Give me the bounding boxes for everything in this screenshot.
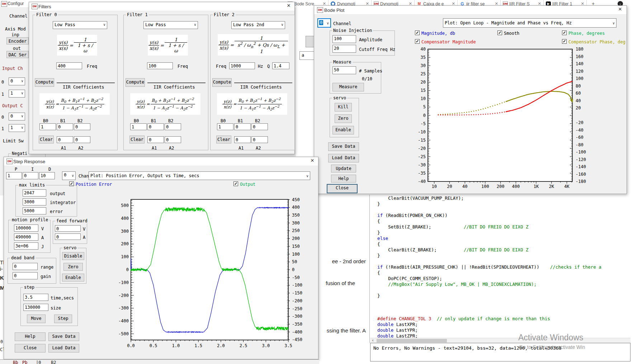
comp-phase-checkbox[interactable]: ✓ — [562, 39, 567, 44]
amplitude-label: Amplitude — [359, 37, 382, 42]
filter0-compute-button[interactable]: Compute — [35, 78, 54, 87]
filter1-compute-button[interactable]: Compute — [126, 78, 145, 87]
amplitude-field[interactable]: 100 — [332, 35, 356, 43]
config-input0-combo[interactable]: 0∨ — [9, 77, 25, 85]
bode-plot-select[interactable]: Plot: Open Loop - Magnitude and Phase vs… — [443, 18, 617, 28]
step-button[interactable]: Step — [54, 315, 72, 323]
filter0-a2-field[interactable]: 0 — [74, 136, 90, 143]
phase-checkbox[interactable]: ✓ — [562, 30, 567, 35]
svg-text:10: 10 — [421, 96, 426, 101]
config-output0-combo[interactable]: 0∨ — [9, 113, 25, 120]
filter1-b2-field[interactable]: 0 — [165, 123, 181, 130]
measure-button[interactable]: Measure — [332, 83, 364, 91]
step-group-label: step — [23, 285, 36, 290]
error-limit-label: error — [50, 209, 63, 214]
range-field[interactable]: 0 — [13, 263, 38, 270]
config-input1-combo[interactable]: 1∨ — [9, 90, 25, 98]
kill-button[interactable]: Kill — [335, 103, 352, 112]
close-icon[interactable]: ✕ — [309, 158, 316, 165]
zero-button[interactable]: Zero — [335, 114, 352, 123]
d-field[interactable]: 10 — [39, 172, 55, 179]
config-output1-combo[interactable]: 1∨ — [9, 124, 25, 132]
config-dac-button[interactable]: DAC Ser — [6, 51, 29, 58]
filter2-a2-field[interactable]: 0 — [251, 136, 268, 143]
filter0-a1-field[interactable]: 0 — [57, 136, 73, 143]
scrollbar-thumb[interactable] — [377, 339, 447, 342]
code-line: double LastXPR; — [367, 322, 632, 327]
step-plot-select[interactable]: Plot: Position Error, Output vs Time, se… — [89, 171, 310, 180]
filter2-clear-button[interactable]: Clear — [216, 136, 231, 143]
enable-button[interactable]: Enable — [62, 274, 84, 282]
filter2-q-field[interactable]: 1.4 — [272, 62, 289, 69]
filter1-clear-button[interactable]: Clear — [129, 136, 145, 143]
svg-text:2K: 2K — [549, 184, 554, 189]
error-limit-field[interactable]: 5000 — [23, 207, 46, 214]
disable-button[interactable]: Disable — [62, 252, 84, 260]
velocity-field[interactable]: 100000 — [14, 224, 38, 232]
magnitude-checkbox[interactable]: ✓ — [415, 30, 420, 35]
move-button[interactable]: Move — [27, 315, 46, 323]
filter1-a2-field[interactable]: 0 — [165, 136, 181, 143]
filter2-a1-field[interactable]: 0 — [234, 136, 251, 143]
code-line — [367, 310, 632, 316]
samples-field[interactable]: 50 — [332, 66, 356, 74]
integrator-limit-field[interactable]: 3000 — [23, 198, 46, 205]
filter2-freq-field[interactable]: 1000 — [229, 62, 255, 69]
filter1-a1-field[interactable]: 0 — [147, 136, 164, 143]
p-field[interactable]: 1 — [6, 172, 22, 179]
save-data-button[interactable]: Save Data — [328, 142, 359, 151]
filter2-b0-field[interactable]: 1 — [217, 123, 233, 130]
ff-accel-field[interactable]: 0 — [55, 233, 81, 240]
bode-channel-combo[interactable]: 0 ∨ — [317, 18, 331, 28]
help-button[interactable]: Help — [15, 332, 46, 341]
zero-button[interactable]: Zero — [63, 263, 83, 271]
ff-velocity-field[interactable]: 0 — [55, 225, 81, 232]
filter2-b2-field[interactable]: 0 — [251, 123, 268, 130]
cutoff-freq-field[interactable]: 20 — [332, 45, 356, 53]
accel-field[interactable]: 490000 — [14, 233, 38, 241]
save-data-button[interactable]: Save Data — [48, 332, 79, 341]
config-title: Configur — [8, 1, 24, 6]
measure-label: Measure — [332, 60, 353, 65]
jerk-field[interactable]: 3e+06 — [14, 242, 38, 250]
filter1-b0-field[interactable]: 1 — [130, 123, 147, 130]
close-button[interactable]: Close — [15, 344, 46, 353]
filter1-freq-field[interactable]: 100 — [147, 62, 173, 69]
time-field[interactable]: 3.5 — [23, 294, 48, 301]
filter2-b1-field[interactable]: 0 — [234, 123, 251, 130]
b0-label: B0 — [134, 118, 139, 123]
output-limit-field[interactable]: 2047 — [23, 189, 46, 197]
help-button[interactable]: Help — [331, 175, 356, 183]
gain-field[interactable]: 0 — [13, 272, 38, 279]
close-icon[interactable]: ✕ — [617, 6, 624, 14]
filter1-b1-field[interactable]: 0 — [147, 123, 164, 130]
filter1-type-select[interactable]: Low Pass∨ — [143, 21, 198, 29]
comp-magnitude-checkbox[interactable]: ✓ — [415, 39, 420, 44]
output-checkbox[interactable]: ✓ — [233, 181, 238, 186]
filter2-compute-button[interactable]: Compute — [212, 78, 232, 87]
filter2-type-select[interactable]: Low Pass 2nd∨ — [231, 21, 285, 29]
enable-button[interactable]: Enable — [332, 126, 354, 134]
svg-text:-50: -50 — [292, 275, 300, 280]
config-row-label: 1 — [1, 126, 4, 131]
load-data-button[interactable]: Load Data — [48, 344, 79, 353]
filter0-freq-field[interactable]: 400 — [56, 62, 82, 69]
close-button[interactable]: Close — [327, 184, 358, 193]
size-field[interactable]: 130000 — [23, 304, 48, 311]
step-channel-combo[interactable]: 0 ∨ — [62, 171, 76, 180]
smooth-checkbox[interactable]: ✓ — [497, 30, 502, 35]
close-icon[interactable]: ✕ — [285, 3, 292, 10]
horizontal-scrollbar[interactable]: ‹ — [370, 338, 630, 343]
i-field[interactable]: 0 — [23, 172, 38, 179]
filter0-b1-field[interactable]: 0 — [57, 123, 73, 130]
scroll-left-arrow-icon[interactable]: ‹ — [372, 338, 374, 343]
filter0-b0-field[interactable]: 1 — [39, 123, 56, 130]
update-button[interactable]: Update — [331, 165, 356, 172]
filter0-b2-field[interactable]: 0 — [74, 123, 90, 130]
filter0-type-select[interactable]: Low Pass∨ — [53, 21, 107, 29]
config-encoder-button[interactable]: Encoder — [6, 37, 29, 44]
svg-text:200: 200 — [292, 236, 300, 241]
load-data-button[interactable]: Load Data — [328, 154, 359, 162]
svg-text:-400: -400 — [118, 318, 129, 323]
filter0-clear-button[interactable]: Clear — [39, 136, 54, 143]
